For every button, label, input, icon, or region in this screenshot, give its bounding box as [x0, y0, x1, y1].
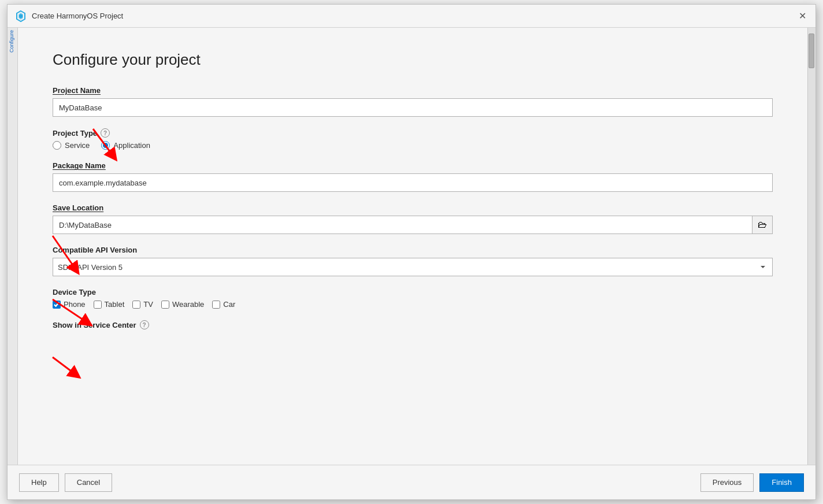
title-bar: Create HarmonyOS Project ✕ — [8, 5, 815, 28]
title-bar-left: Create HarmonyOS Project — [14, 10, 123, 23]
finish-button[interactable]: Finish — [759, 473, 804, 492]
svg-line-7 — [53, 357, 76, 375]
cancel-button[interactable]: Cancel — [65, 473, 112, 492]
project-type-section: Project Type ? Service Application — [53, 128, 773, 150]
harmonyos-logo — [14, 10, 27, 23]
api-version-select[interactable]: SDK: API Version 5 SDK: API Version 4 SD… — [53, 258, 773, 276]
phone-checkbox[interactable] — [53, 301, 61, 309]
previous-button[interactable]: Previous — [700, 473, 754, 492]
phone-label: Phone — [64, 300, 86, 309]
tv-checkbox[interactable] — [132, 301, 140, 309]
service-center-help-icon[interactable]: ? — [140, 320, 149, 329]
folder-icon: 🗁 — [758, 220, 767, 230]
car-checkbox-label[interactable]: Car — [212, 300, 235, 309]
save-location-section: Save Location 🗁 — [53, 203, 773, 234]
footer-right-buttons: Previous Finish — [700, 473, 804, 492]
footer-left-buttons: Help Cancel — [19, 473, 112, 492]
wearable-checkbox[interactable] — [161, 301, 169, 309]
footer: Help Cancel Previous Finish — [8, 465, 815, 499]
wearable-label: Wearable — [172, 300, 204, 309]
device-type-section: Device Type Phone Tablet TV — [53, 288, 773, 309]
title-bar-title: Create HarmonyOS Project — [32, 12, 123, 20]
save-location-input[interactable] — [53, 216, 752, 234]
close-button[interactable]: ✕ — [796, 10, 809, 23]
page-title: Configure your project — [53, 51, 773, 69]
dialog-body: Configure Confi — [8, 28, 815, 465]
service-center-label: Show in Service Center ? — [53, 320, 773, 329]
service-radio-label[interactable]: Service — [53, 141, 90, 150]
device-type-label: Device Type — [53, 288, 773, 297]
scrollbar-track[interactable] — [807, 28, 815, 465]
car-label: Car — [223, 300, 235, 309]
project-type-help-icon[interactable]: ? — [101, 128, 110, 138]
package-name-label: Package Name — [53, 161, 773, 170]
project-type-options: Service Application — [53, 141, 773, 150]
save-location-input-group: 🗁 — [53, 216, 773, 234]
create-project-dialog: Create HarmonyOS Project ✕ Configure — [7, 4, 816, 500]
project-name-input[interactable] — [53, 98, 773, 117]
help-button[interactable]: Help — [19, 473, 59, 492]
tv-checkbox-label[interactable]: TV — [132, 300, 153, 309]
car-checkbox[interactable] — [212, 301, 220, 309]
tablet-checkbox-label[interactable]: Tablet — [94, 300, 125, 309]
project-name-label: Project Name — [53, 86, 773, 95]
service-center-section: Show in Service Center ? — [53, 320, 773, 329]
tablet-checkbox[interactable] — [94, 301, 102, 309]
left-panel-text: Configure — [8, 28, 17, 55]
application-label: Application — [113, 141, 150, 150]
wearable-checkbox-label[interactable]: Wearable — [161, 300, 204, 309]
scrollbar-thumb[interactable] — [809, 34, 814, 68]
package-name-input[interactable] — [53, 173, 773, 192]
browse-folder-button[interactable]: 🗁 — [752, 216, 773, 234]
project-name-section: Project Name — [53, 86, 773, 117]
service-label: Service — [65, 141, 90, 150]
application-radio-label[interactable]: Application — [101, 141, 150, 150]
api-version-label: Compatible API Version — [53, 246, 773, 254]
save-location-label: Save Location — [53, 203, 773, 212]
tablet-label: Tablet — [105, 300, 125, 309]
main-content: Configure your project Project Name Proj… — [18, 28, 807, 465]
project-type-label: Project Type ? — [53, 128, 773, 138]
application-radio[interactable] — [101, 141, 110, 150]
package-name-section: Package Name — [53, 161, 773, 192]
device-type-checkboxes: Phone Tablet TV Wearable — [53, 300, 773, 309]
api-version-section: Compatible API Version SDK: API Version … — [53, 246, 773, 276]
phone-checkbox-label[interactable]: Phone — [53, 300, 86, 309]
left-panel: Configure — [8, 28, 18, 465]
service-radio[interactable] — [53, 141, 61, 150]
tv-label: TV — [143, 300, 153, 309]
